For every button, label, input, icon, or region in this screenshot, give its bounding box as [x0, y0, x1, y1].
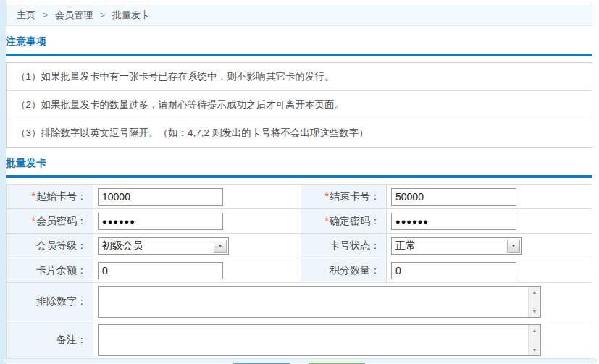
confirm-password-cell — [387, 209, 592, 234]
remarks-cell: ▲ ▼ — [93, 321, 592, 360]
required-marker: * — [32, 190, 35, 202]
member-level-cell: 初级会员 ▼ — [93, 234, 301, 258]
card-balance-cell — [93, 258, 301, 283]
scroll-down-icon[interactable]: ▼ — [529, 344, 540, 355]
scroll-down-icon[interactable]: ▼ — [529, 306, 540, 317]
left-margin-strip — [0, 0, 6, 364]
scroll-up-icon[interactable]: ▲ — [529, 287, 540, 297]
table-row: *会员密码： *确定密码： — [7, 209, 592, 234]
start-card-label: *起始卡号： — [7, 185, 93, 209]
table-row: 备注： ▲ ▼ — [7, 321, 592, 360]
notes-box: （1）如果批量发卡中有一张卡号已存在系统中，则不影响其它卡的发行。 （2）如果批… — [6, 62, 592, 148]
textarea-scrollbar[interactable]: ▲ ▼ — [528, 287, 540, 317]
note-item-1: （1）如果批量发卡中有一张卡号已存在系统中，则不影响其它卡的发行。 — [7, 63, 592, 91]
points-quantity-input[interactable] — [391, 262, 516, 279]
end-card-input[interactable] — [391, 188, 516, 206]
dropdown-arrow-icon[interactable]: ▼ — [214, 240, 227, 253]
member-password-cell — [93, 209, 301, 234]
start-card-input[interactable] — [98, 188, 223, 206]
textarea-scrollbar[interactable]: ▲ ▼ — [528, 325, 540, 355]
table-row: 卡片余额： 积分数量： — [7, 258, 592, 283]
form-section-title: 批量发卡 — [6, 157, 592, 170]
member-level-label: 会员等级： — [7, 234, 93, 258]
table-row: 排除数字： ▲ ▼ — [7, 283, 592, 321]
remarks-textarea[interactable]: ▲ ▼ — [98, 324, 541, 356]
required-marker: * — [325, 190, 329, 202]
exclude-digits-cell: ▲ ▼ — [93, 283, 592, 321]
confirm-password-input[interactable] — [391, 213, 516, 230]
notes-title-underline — [6, 54, 592, 56]
member-level-selected-value: 初级会员 — [99, 240, 212, 253]
page: 主页 > 会员管理 > 批量发卡 注意事项 （1）如果批量发卡中有一张卡号已存在… — [0, 0, 599, 364]
card-balance-label: 卡片余额： — [7, 258, 93, 283]
required-marker: * — [32, 215, 35, 227]
card-status-select[interactable]: 正常 ▼ — [391, 237, 522, 255]
note-item-2: （2）如果批量发卡的数量过多，请耐心等待提示成功之后才可离开本页面。 — [7, 91, 592, 119]
breadcrumb-member-management[interactable]: 会员管理 — [55, 9, 93, 22]
scroll-up-icon[interactable]: ▲ — [529, 325, 540, 336]
card-status-label: 卡号状态： — [301, 234, 387, 258]
content-area: 主页 > 会员管理 > 批量发卡 注意事项 （1）如果批量发卡中有一张卡号已存在… — [6, 0, 592, 364]
table-row: *起始卡号： *结束卡号： — [7, 185, 592, 209]
card-status-selected-value: 正常 — [392, 240, 506, 253]
form-title-underline — [6, 175, 592, 178]
confirm-password-label: *确定密码： — [301, 209, 387, 234]
breadcrumb-separator: > — [43, 10, 48, 20]
exclude-digits-text[interactable] — [99, 287, 528, 317]
end-card-cell — [387, 185, 592, 209]
end-card-label: *结束卡号： — [301, 185, 387, 209]
exclude-digits-textarea[interactable]: ▲ ▼ — [98, 286, 541, 318]
member-level-select[interactable]: 初级会员 ▼ — [98, 237, 229, 255]
bottom-strip — [2, 358, 597, 363]
note-item-3: （3）排除数字以英文逗号隔开。（如：4,7,2 则发出的卡号将不会出现这些数字） — [7, 119, 592, 147]
remarks-text[interactable] — [99, 325, 528, 355]
breadcrumb-home[interactable]: 主页 — [17, 9, 35, 22]
breadcrumb-current-page: 批量发卡 — [112, 9, 150, 22]
table-row: 会员等级： 初级会员 ▼ 卡号状态： 正常 ▼ — [7, 234, 592, 258]
notes-section-title: 注意事项 — [6, 35, 592, 48]
batch-card-form: *起始卡号： *结束卡号： *会员密码： — [6, 184, 592, 364]
exclude-digits-label: 排除数字： — [7, 283, 93, 321]
member-password-input[interactable] — [98, 213, 223, 230]
breadcrumb: 主页 > 会员管理 > 批量发卡 — [6, 4, 592, 26]
dropdown-arrow-icon[interactable]: ▼ — [507, 240, 520, 253]
card-status-cell: 正常 ▼ — [387, 234, 592, 258]
start-card-cell — [93, 185, 301, 209]
remarks-label: 备注： — [7, 321, 93, 360]
points-quantity-label: 积分数量： — [301, 258, 387, 283]
member-password-label: *会员密码： — [7, 209, 93, 234]
card-balance-input[interactable] — [98, 262, 223, 279]
points-quantity-cell — [387, 258, 592, 283]
required-marker: * — [325, 215, 329, 227]
breadcrumb-separator: > — [100, 10, 105, 20]
